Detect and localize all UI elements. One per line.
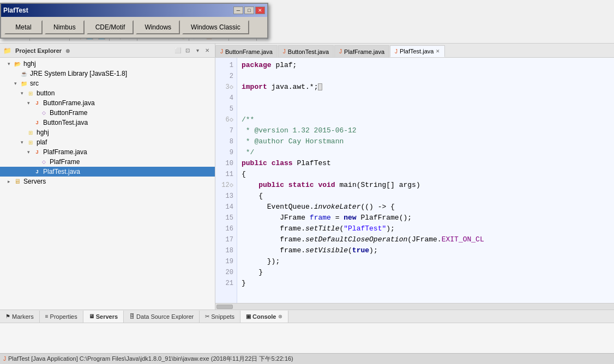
label-plafframe-java: PlafFrame.java <box>43 148 87 156</box>
tab-properties[interactable]: ≡ Properties <box>40 311 83 323</box>
jre-icon: ☕ <box>20 69 28 78</box>
bottom-content <box>0 323 614 353</box>
tree-item-button-pkg[interactable]: ⊞ button <box>0 88 215 98</box>
sidebar-title: 📁 Project Explorer ⊗ <box>3 47 70 54</box>
tree-item-hghj-pkg[interactable]: ⊞ hghj <box>0 128 215 137</box>
maximize-button[interactable]: □ <box>244 7 254 14</box>
label-buttonframe-class: ButtonFrame <box>50 109 87 117</box>
code-line-14: EventQueue.invokeLater(() -> { <box>242 202 610 213</box>
status-app-icon: J <box>3 356 6 362</box>
plaf-pkg-icon: ⊞ <box>26 138 35 147</box>
cde-motif-button[interactable]: CDE/Motif <box>87 20 134 34</box>
buttontest-java-icon: J <box>33 118 41 127</box>
metal-button[interactable]: Metal <box>4 20 43 34</box>
sidebar-menu-btn[interactable]: ▾ <box>193 46 202 55</box>
project-tree[interactable]: 📂 hghj ☕ JRE System Library [JavaSE-1.8] <box>0 58 215 310</box>
tab-buttonframe[interactable]: J ButtonFrame.java <box>215 45 278 57</box>
line-num-16: 16 <box>215 223 237 234</box>
console-icon: ▣ <box>246 313 251 319</box>
label-button-pkg: button <box>37 89 55 97</box>
tree-item-plafframe-class[interactable]: ◇ PlafFrame <box>0 157 215 167</box>
arrow-plaf-pkg <box>21 139 26 145</box>
tab-close-plaftest[interactable]: ✕ <box>436 48 440 54</box>
tab-icon-plafframe: J <box>339 48 342 54</box>
code-content[interactable]: package plaf; import java.awt.*; /** * @… <box>237 58 614 303</box>
tree-item-buttonframe-class[interactable]: ◇ ButtonFrame <box>0 108 215 118</box>
nimbus-button[interactable]: Nimbus <box>45 20 85 34</box>
line-num-13: 13 <box>215 191 237 202</box>
tab-label-snippets: Snippets <box>211 313 234 320</box>
bottom-panel: ⚑ Markers ≡ Properties 🖥 Servers 🗄 Data … <box>0 310 614 364</box>
tab-snippets[interactable]: ✂ Snippets <box>200 311 240 323</box>
project-icon-hghj: 📂 <box>13 59 22 68</box>
horizontal-scrollbar[interactable] <box>215 303 614 310</box>
plaftest-java-icon: J <box>33 167 41 176</box>
code-line-11: { <box>242 169 610 180</box>
ide-container: PlafTest ─ □ ✕ Metal Nimbus CDE/Motif Wi… <box>0 0 614 364</box>
tree-item-buttontest-java[interactable]: J ButtonTest.java <box>0 118 215 128</box>
line-num-6: 6◇ <box>215 114 237 125</box>
tree-item-plaftest-java[interactable]: J PlafTest.java <box>0 167 215 177</box>
code-line-17: frame.setDefaultCloseOperation(JFrame.EX… <box>242 234 610 245</box>
sidebar-minimize-btn[interactable]: ✕ <box>203 46 212 55</box>
tree-item-buttonframe-java[interactable]: J ButtonFrame.java <box>0 98 215 108</box>
tab-datasource[interactable]: 🗄 Data Source Explorer <box>124 311 200 323</box>
tree-item-jre[interactable]: ☕ JRE System Library [JavaSE-1.8] <box>0 69 215 78</box>
sidebar-collapse-btn[interactable]: ⬜ <box>173 46 182 55</box>
close-button[interactable]: ✕ <box>255 7 265 14</box>
line-num-19: 19 <box>215 256 237 267</box>
tab-label-servers-bottom: Servers <box>96 313 118 320</box>
line-num-10: 10 <box>215 158 237 169</box>
tab-buttontest[interactable]: J ButtonTest.java <box>278 45 334 57</box>
windows-button[interactable]: Windows <box>136 20 180 34</box>
windows-classic-button[interactable]: Windows Classic <box>182 20 249 34</box>
tree-item-hghj[interactable]: 📂 hghj <box>0 59 215 69</box>
label-plafframe-class: PlafFrame <box>50 158 80 166</box>
code-line-13: { <box>242 191 610 202</box>
code-line-16: frame.setTitle("PlafTest"); <box>242 223 610 234</box>
hghj-pkg-icon: ⊞ <box>26 128 35 137</box>
plaf-window-controls: ─ □ ✕ <box>233 7 265 14</box>
line-num-8: 8 <box>215 136 237 147</box>
tab-label-plaftest: PlafTest.java <box>400 48 434 54</box>
servers-icon: 🖥 <box>13 177 22 186</box>
code-line-2 <box>242 71 610 82</box>
tab-label-plafframe: PlafFrame.java <box>344 48 384 55</box>
tree-item-src[interactable]: 📁 src <box>0 78 215 88</box>
code-line-20: } <box>242 267 610 278</box>
tab-icon-buttonframe: J <box>220 48 223 54</box>
arrow-plafframe <box>27 149 33 155</box>
servers-tab-icon: 🖥 <box>89 313 94 319</box>
label-buttontest-java: ButtonTest.java <box>43 119 88 126</box>
plaf-body: Metal Nimbus CDE/Motif Windows Windows C… <box>1 17 267 38</box>
arrow-src <box>14 81 20 86</box>
arrow-button <box>21 90 26 96</box>
sidebar-expand-btn[interactable]: ⊡ <box>183 46 192 55</box>
tree-item-plaf-pkg[interactable]: ⊞ plaf <box>0 137 215 147</box>
buttonframe-class-icon: ◇ <box>39 108 48 117</box>
line-num-3: 3◇ <box>215 82 237 93</box>
tab-plaftest[interactable]: J PlafTest.java ✕ <box>390 45 445 57</box>
main-content: 📁 Project Explorer ⊗ ⬜ ⊡ ▾ ✕ 📂 hghj <box>0 44 614 310</box>
code-editor: 1 2 3◇ 4 5 6◇ 7 8 9 10 11 12◇ 13 14 15 1… <box>215 58 614 303</box>
sidebar-header: 📁 Project Explorer ⊗ ⬜ ⊡ ▾ ✕ <box>0 44 215 58</box>
tab-label-datasource: Data Source Explorer <box>136 313 194 320</box>
minimize-button[interactable]: ─ <box>233 7 243 14</box>
tab-servers[interactable]: 🖥 Servers <box>83 311 124 323</box>
tab-console[interactable]: ▣ Console ⊗ <box>240 311 288 323</box>
label-buttonframe-java: ButtonFrame.java <box>43 99 95 107</box>
arrow-servers <box>8 179 13 184</box>
code-line-18: frame.setVisible(true); <box>242 245 610 256</box>
tree-item-servers[interactable]: 🖥 Servers <box>0 177 215 186</box>
code-line-8: * @author Cay Horstmann <box>242 136 610 147</box>
editor-area: J ButtonFrame.java J ButtonTest.java J P… <box>215 44 614 310</box>
code-line-7: * @version 1.32 2015-06-12 <box>242 125 610 136</box>
tree-item-plafframe-java[interactable]: J PlafFrame.java <box>0 147 215 157</box>
tab-label-markers: Markers <box>12 313 34 320</box>
code-line-1: package plaf; <box>242 60 610 71</box>
scrollbar-thumb[interactable] <box>216 305 233 309</box>
line-num-5: 5 <box>215 104 237 114</box>
label-hghj: hghj <box>23 60 36 68</box>
tab-markers[interactable]: ⚑ Markers <box>0 311 40 323</box>
tab-plafframe[interactable]: J PlafFrame.java <box>334 45 389 57</box>
